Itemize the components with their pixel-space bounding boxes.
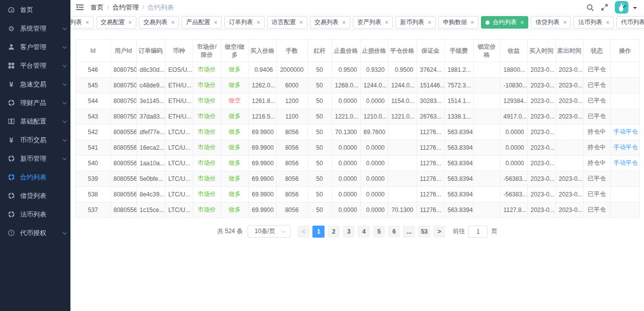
prev-page-button[interactable]: < xyxy=(297,226,309,238)
next-page-button[interactable]: > xyxy=(433,226,445,238)
close-icon[interactable]: × xyxy=(606,20,609,26)
tab-11[interactable]: 借贷列表× xyxy=(531,16,571,29)
contract-list-table: Id用户Id订单编码币种市场价/限价做空/做多买入价格手数杠杆止盈价格止损价格平… xyxy=(76,40,639,218)
table-cell: 8080556 xyxy=(110,140,136,155)
page-button-4[interactable]: 4 xyxy=(358,226,370,238)
manual-close-link[interactable]: 手动平仓 xyxy=(614,128,638,135)
close-icon[interactable]: × xyxy=(520,20,524,26)
close-icon[interactable]: × xyxy=(86,20,89,26)
tab-3[interactable]: 产品配置× xyxy=(182,16,222,29)
sidebar-item-10[interactable]: 借贷列表 xyxy=(0,186,70,205)
tab-1[interactable]: 交易配置× xyxy=(96,16,136,29)
gear-icon: ⚙ xyxy=(7,24,16,33)
table-cell: 11276... xyxy=(417,186,444,202)
sidebar-item-11[interactable]: 法币列表 xyxy=(0,205,70,224)
sidebar-item-4[interactable]: ¥急速交易 xyxy=(0,75,70,93)
table-cell: 0.0000 xyxy=(500,124,527,140)
manual-close-link[interactable]: 手动平仓 xyxy=(614,144,638,151)
pager-ellipsis[interactable]: ... xyxy=(403,226,415,238)
sidebar-toggle-icon[interactable] xyxy=(75,4,84,11)
close-icon[interactable]: × xyxy=(171,20,175,26)
tab-label: 代币列表 xyxy=(621,18,644,27)
tab-10[interactable]: 合约列表× xyxy=(481,16,528,29)
breadcrumb-home[interactable]: 首页 xyxy=(91,3,104,12)
table-cell: 1221.0... xyxy=(388,109,417,124)
tab-2[interactable]: 交易列表× xyxy=(139,16,179,29)
table-cell: 0.0000 xyxy=(360,140,388,155)
page-size-select[interactable]: 10条/页 xyxy=(248,225,291,238)
page-button-3[interactable]: 3 xyxy=(343,226,355,238)
table-cell: c48de9... xyxy=(136,77,165,93)
page-button-2[interactable]: 2 xyxy=(328,226,340,238)
table-cell: LTC/U... xyxy=(165,140,193,155)
table-cell: 69.9900 xyxy=(249,202,276,218)
page-jump-input[interactable] xyxy=(468,226,488,238)
close-icon[interactable]: × xyxy=(563,20,567,26)
table-row: 54080805561aa10a...LTC/U...市场价做多69.99008… xyxy=(76,155,639,171)
user-menu-caret-icon[interactable] xyxy=(633,7,637,11)
close-icon[interactable]: × xyxy=(214,20,217,26)
sidebar-item-label: 急速交易 xyxy=(20,80,46,89)
close-icon[interactable]: × xyxy=(342,20,346,26)
table-cell: 563.8394 xyxy=(444,186,473,202)
table-cell: 做多 xyxy=(221,171,249,186)
breadcrumb-contract-management[interactable]: 合约管理 xyxy=(113,3,139,12)
page-button-6[interactable]: 6 xyxy=(388,226,400,238)
table-cell: 0.0000 xyxy=(500,155,527,171)
tab-12[interactable]: 法币列表× xyxy=(574,16,614,29)
tab-9[interactable]: 申购数据× xyxy=(438,16,478,29)
page-button-5[interactable]: 5 xyxy=(373,226,385,238)
table-cell: 1200 xyxy=(276,93,307,109)
table-cell: 563.8394 xyxy=(444,155,473,171)
sidebar-item-6[interactable]: 基础配置 xyxy=(0,112,70,131)
tab-label: 合约列表 xyxy=(493,18,517,27)
fullscreen-icon[interactable] xyxy=(601,4,608,11)
tab-13[interactable]: 代币列表× xyxy=(616,16,644,29)
table-cell: 2023-0... xyxy=(555,77,583,93)
table-cell: 3e1145... xyxy=(136,93,165,109)
sidebar-item-0[interactable]: 首页 xyxy=(0,1,70,19)
sidebar-item-9[interactable]: 合约列表 xyxy=(0,168,70,186)
table-cell: 市场价 xyxy=(193,62,221,77)
tab-5[interactable]: 语言配置× xyxy=(267,16,307,29)
page-size-value: 10条/页 xyxy=(255,227,275,236)
table-cell: 546 xyxy=(76,62,110,77)
table-cell: 0.0000 xyxy=(500,140,527,155)
page-button-1[interactable]: 1 xyxy=(312,226,325,238)
table-cell: 已平仓 xyxy=(583,186,610,202)
page-jump: 前往 页 xyxy=(453,226,497,238)
manual-close-link[interactable]: 手动平仓 xyxy=(614,159,638,166)
table-cell: 11276... xyxy=(417,124,444,140)
sidebar-item-8[interactable]: 新币管理 xyxy=(0,149,70,168)
table-cell: -56383... xyxy=(500,171,527,186)
tab-8[interactable]: 新币列表× xyxy=(395,16,436,29)
close-icon[interactable]: × xyxy=(299,20,303,26)
sidebar-item-7[interactable]: ¥币币交易 xyxy=(0,131,70,149)
circle-icon xyxy=(7,173,16,181)
table-cell: 8080556 xyxy=(110,171,136,186)
close-icon[interactable]: × xyxy=(257,20,260,26)
table-cell: 50 xyxy=(307,77,332,93)
sidebar-item-1[interactable]: ⚙系统管理 xyxy=(0,19,70,38)
sidebar-item-5[interactable]: 理财产品 xyxy=(0,93,70,112)
close-icon[interactable]: × xyxy=(428,20,431,26)
tab-6[interactable]: 交易列表× xyxy=(310,16,350,29)
sidebar-item-3[interactable]: 平台管理 xyxy=(0,56,70,75)
table-cell: 1261.8... xyxy=(249,93,276,109)
avatar[interactable] xyxy=(615,1,628,14)
search-icon[interactable] xyxy=(586,4,594,12)
close-icon[interactable]: × xyxy=(128,20,132,26)
tab-4[interactable]: 订单列表× xyxy=(224,16,265,29)
tab-7[interactable]: 资产列表× xyxy=(353,16,393,29)
sidebar-item-2[interactable]: 客户管理 xyxy=(0,38,70,56)
table-cell: 8056 xyxy=(276,124,307,140)
table-cell: 已平仓 xyxy=(583,202,610,218)
table-cell: 1338.1... xyxy=(444,109,473,124)
tab-0[interactable]: 列表× xyxy=(70,16,94,29)
table-cell: 8056 xyxy=(276,202,307,218)
page-button-53[interactable]: 53 xyxy=(418,226,430,238)
table-cell: 持仓中 xyxy=(583,124,610,140)
close-icon[interactable]: × xyxy=(385,20,388,26)
sidebar-item-12[interactable]: T代币授权 xyxy=(0,224,70,242)
close-icon[interactable]: × xyxy=(470,20,474,26)
